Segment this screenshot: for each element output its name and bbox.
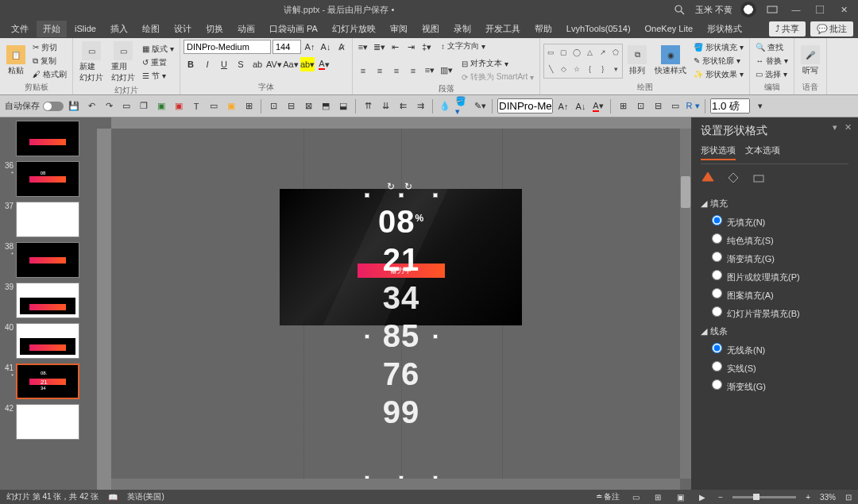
case-button[interactable]: Aa▾ [284, 57, 298, 71]
size-icon[interactable] [752, 171, 766, 185]
shadow-button[interactable]: ab [250, 57, 265, 71]
qat-icon-11[interactable]: ⊠ [301, 99, 315, 113]
qat-icon-20[interactable]: ⊞ [616, 99, 630, 113]
qat-more-icon[interactable]: ▾ [753, 99, 767, 113]
qat-icon-15[interactable]: ⇊ [378, 99, 392, 113]
sorter-view-icon[interactable]: ⊞ [651, 491, 664, 502]
increase-font-icon[interactable]: A↑ [303, 40, 317, 54]
line-none[interactable]: 无线条(N) [712, 340, 848, 359]
spacing-button[interactable]: AV▾ [267, 57, 281, 71]
qat-icon-24[interactable]: R ▾ [686, 99, 700, 113]
fill-line-icon[interactable] [701, 171, 715, 185]
qat-icon-13[interactable]: ⬓ [336, 99, 350, 113]
qat-outline-icon[interactable]: ✎▾ [473, 99, 487, 113]
vertical-scrollbar[interactable] [680, 129, 691, 479]
align-right-icon[interactable]: ≡ [389, 63, 404, 78]
slide-thumb[interactable] [16, 323, 79, 359]
tab-transitions[interactable]: 切换 [199, 21, 230, 37]
fill-gradient[interactable]: 渐变填充(G) [712, 249, 848, 267]
zoom-in-icon[interactable]: + [806, 493, 810, 502]
qat-icon-12[interactable]: ⬒ [319, 99, 333, 113]
dictate-button[interactable]: 🎤听写 [798, 44, 823, 78]
shape-fill-button[interactable]: 🪣 形状填充 ▾ [691, 41, 746, 54]
qat-icon-22[interactable]: ⊟ [651, 99, 665, 113]
qat-eyedrop-icon[interactable]: 💧 [438, 99, 452, 113]
language[interactable]: 英语(美国) [127, 491, 164, 502]
qat-icon-6[interactable]: ▭ [207, 99, 221, 113]
qat-stroke-input[interactable] [710, 98, 750, 113]
tab-view[interactable]: 视图 [415, 21, 446, 37]
spellcheck-icon[interactable]: 📖 [108, 493, 118, 502]
qat-icon-5[interactable]: T [189, 99, 203, 113]
align-left-icon[interactable]: ≡ [356, 63, 370, 78]
select-button[interactable]: ▭ 选择 ▾ [753, 68, 790, 81]
maximize-icon[interactable] [812, 2, 828, 17]
align-center-icon[interactable]: ≡ [373, 63, 387, 78]
qat-icon-2[interactable]: ❐ [137, 99, 151, 113]
qat-icon-14[interactable]: ⇈ [361, 99, 375, 113]
redo-icon[interactable]: ↷ [102, 99, 116, 113]
slide-canvas[interactable]: 蓄力中 08% 21 34 85 76 99 ↻ ↻ [97, 117, 691, 490]
italic-button[interactable]: I [200, 57, 214, 71]
fill-picture[interactable]: 图片或纹理填充(P) [712, 267, 848, 286]
align-text-button[interactable]: ⊟ 对齐文本 ▾ [459, 57, 536, 70]
layout-button[interactable]: ▦ 版式 ▾ [140, 43, 176, 56]
tab-animations[interactable]: 动画 [231, 21, 261, 37]
fit-window-icon[interactable]: ⊡ [845, 493, 852, 502]
slide-thumb[interactable] [16, 202, 79, 237]
fill-none[interactable]: 无填充(N) [712, 213, 848, 231]
tab-text-options[interactable]: 文本选项 [745, 144, 780, 160]
tab-onekey[interactable]: OneKey Lite [639, 21, 700, 36]
tab-design[interactable]: 设计 [168, 21, 198, 37]
tab-review[interactable]: 审阅 [384, 21, 414, 37]
effects-icon[interactable] [726, 171, 740, 185]
underline-button[interactable]: U [217, 57, 231, 71]
strike-button[interactable]: S [234, 57, 248, 71]
qat-icon-3[interactable]: ▣ [154, 99, 168, 113]
line-gradient[interactable]: 渐变线(G) [712, 377, 848, 395]
linespacing-icon[interactable]: ‡▾ [419, 40, 434, 54]
ribbon-options-icon[interactable] [764, 2, 780, 17]
slide-thumb[interactable] [16, 242, 79, 278]
search-icon[interactable] [671, 2, 687, 17]
undo-icon[interactable]: ↶ [84, 99, 99, 113]
bullets-icon[interactable]: ≡▾ [356, 40, 370, 54]
find-button[interactable]: 🔍 查找 [753, 41, 790, 54]
comment-button[interactable]: 💬 批注 [810, 21, 853, 37]
normal-view-icon[interactable]: ▭ [629, 491, 642, 502]
shape-outline-button[interactable]: ✎ 形状轮廓 ▾ [691, 55, 746, 67]
outdent-icon[interactable]: ⇤ [388, 40, 402, 54]
reading-view-icon[interactable]: ▣ [674, 491, 686, 502]
quickstyle-button[interactable]: ◉快速样式 [651, 44, 690, 78]
qat-icon-1[interactable]: ▭ [119, 99, 133, 113]
tab-shapeformat[interactable]: 形状格式 [701, 21, 748, 37]
slide-thumbnail-panel[interactable]: 36*08 37 38* 39 40 41*08.2134 42 [0, 117, 97, 490]
replace-button[interactable]: ↔ 替换 ▾ [753, 55, 790, 67]
new-slide-button[interactable]: ▭新建 幻灯片 [76, 40, 106, 85]
panel-close-icon[interactable]: ✕ [844, 122, 852, 133]
arrange-button[interactable]: ⧉排列 [624, 44, 650, 78]
qat-icon-7[interactable]: ▣ [224, 99, 238, 113]
cut-button[interactable]: ✂ 剪切 [30, 41, 69, 54]
format-painter-button[interactable]: 🖌 格式刷 [30, 68, 69, 81]
section-button[interactable]: ☰ 节 ▾ [140, 70, 176, 83]
horizontal-scrollbar[interactable] [111, 479, 680, 490]
fill-pattern[interactable]: 图案填充(A) [712, 286, 848, 304]
qat-fontsize-down-icon[interactable]: A↓ [574, 99, 588, 113]
line-solid[interactable]: 实线(S) [712, 359, 848, 377]
bold-button[interactable]: B [184, 57, 198, 71]
save-icon[interactable]: 💾 [67, 99, 81, 113]
tab-draw[interactable]: 绘图 [136, 21, 166, 37]
zoom-level[interactable]: 33% [820, 493, 836, 502]
tab-home[interactable]: 开始 [37, 21, 67, 37]
slide-thumb[interactable] [16, 283, 79, 318]
fill-slidebg[interactable]: 幻灯片背景填充(B) [712, 304, 848, 322]
user-avatar[interactable] [740, 2, 756, 17]
slide-thumb[interactable] [16, 404, 79, 440]
font-color-button[interactable]: A▾ [317, 57, 331, 71]
qat-font-input[interactable] [497, 98, 553, 113]
font-size-input[interactable] [272, 40, 301, 54]
paste-button[interactable]: 📋粘贴 [3, 44, 29, 78]
qat-icon-8[interactable]: ⊞ [242, 99, 256, 113]
zoom-slider[interactable] [732, 496, 796, 498]
